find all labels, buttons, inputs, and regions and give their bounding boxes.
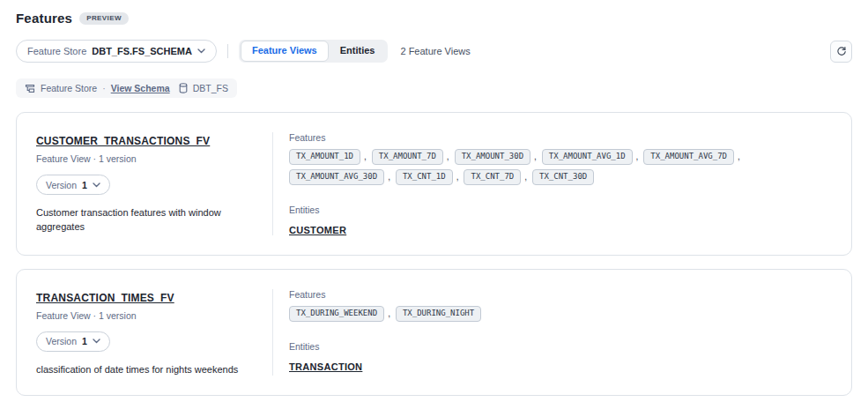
breadcrumb: Feature Store · View Schema DBT_FS [16,78,237,98]
feature-chip: TX_CNT_7D [464,169,521,185]
feature-view-card: CUSTOMER_TRANSACTIONS_FV Feature View · … [16,112,852,256]
version-value: 1 [82,336,87,346]
database-icon [179,83,188,93]
chevron-down-icon [93,182,100,188]
chip-separator: , [447,152,449,161]
feature-store-select[interactable]: Feature Store DBT_FS.FS_SCHEMA [16,40,217,63]
feature-chip: TX_AMOUNT_AVG_7D [643,149,734,165]
schema-icon [25,84,35,93]
version-value: 1 [82,180,87,190]
entity-link[interactable]: CUSTOMER [289,225,346,235]
feature-chip: TX_AMOUNT_30D [455,149,530,165]
toolbar: Feature Store DBT_FS.FS_SCHEMA Feature V… [16,40,852,63]
feature-chip: TX_CNT_30D [532,169,594,185]
chip-separator: , [738,152,740,161]
toolbar-divider [227,44,228,58]
feature-view-name-link[interactable]: CUSTOMER_TRANSACTIONS_FV [36,135,210,147]
chip-separator: , [364,152,367,161]
version-dropdown[interactable]: Version 1 [36,175,110,195]
card-summary: CUSTOMER_TRANSACTIONS_FV Feature View · … [17,113,272,255]
chip-separator: , [524,172,527,182]
preview-badge: PREVIEW [79,12,129,25]
version-label: Version [46,180,77,190]
feature-chip: TX_CNT_1D [396,169,453,185]
feature-views-count: 2 Feature Views [400,46,470,56]
entities-block: Entities TRANSACTION [289,341,830,374]
chip-separator: , [534,152,537,161]
feature-view-name-link[interactable]: TRANSACTION_TIMES_FV [36,292,174,304]
entities-label: Entities [289,205,830,215]
tab-entities[interactable]: Entities [329,41,387,61]
feature-chip: TX_AMOUNT_7D [372,149,443,165]
card-details: Features TX_AMOUNT_1D,TX_AMOUNT_7D,TX_AM… [273,113,851,255]
breadcrumb-database: DBT_FS [193,83,228,93]
page-header: Features PREVIEW [16,11,852,26]
view-tabs: Feature Views Entities [239,40,389,63]
feature-chip: TX_DURING_WEEKEND [289,306,384,322]
entities-label: Entities [289,341,830,352]
chip-separator: , [456,172,459,182]
entity-link[interactable]: TRANSACTION [289,361,362,372]
entities-block: Entities CUSTOMER [289,205,830,237]
feature-chip-list: TX_AMOUNT_1D,TX_AMOUNT_7D,TX_AMOUNT_30D,… [289,149,830,185]
features-label: Features [289,132,830,143]
tab-feature-views[interactable]: Feature Views [241,41,329,61]
features-page: Features PREVIEW Feature Store DBT_FS.FS… [0,0,868,402]
feature-view-meta: Feature View · 1 version [36,153,255,164]
refresh-icon [836,46,847,56]
breadcrumb-separator: · [102,83,106,93]
feature-chip: TX_AMOUNT_AVG_1D [542,149,633,165]
feature-chip: TX_AMOUNT_1D [289,149,360,165]
chip-separator: , [388,309,390,318]
chevron-down-icon [93,339,100,344]
page-title: Features [16,11,72,26]
feature-chip: TX_AMOUNT_AVG_30D [289,169,384,185]
refresh-button[interactable] [830,41,852,63]
card-summary: TRANSACTION_TIMES_FV Feature View · 1 ve… [17,270,272,395]
view-schema-link[interactable]: View Schema [111,83,170,93]
feature-store-select-label: Feature Store [27,46,86,56]
feature-chip-list: TX_DURING_WEEKEND,TX_DURING_NIGHT [289,306,830,322]
chip-separator: , [388,172,390,182]
features-label: Features [289,289,830,300]
feature-chip: TX_DURING_NIGHT [396,306,481,322]
card-details: Features TX_DURING_WEEKEND,TX_DURING_NIG… [273,270,851,395]
breadcrumb-root: Feature Store [41,83,97,93]
version-dropdown[interactable]: Version 1 [36,331,110,352]
feature-view-description: Customer transaction features with windo… [36,206,255,234]
feature-store-select-value: DBT_FS.FS_SCHEMA [92,46,192,56]
feature-view-card: TRANSACTION_TIMES_FV Feature View · 1 ve… [16,269,852,396]
feature-view-meta: Feature View · 1 version [36,310,255,321]
version-label: Version [46,336,77,346]
chip-separator: , [636,152,639,161]
feature-view-description: classification of date times for nights … [36,363,255,377]
chevron-down-icon [197,48,205,54]
